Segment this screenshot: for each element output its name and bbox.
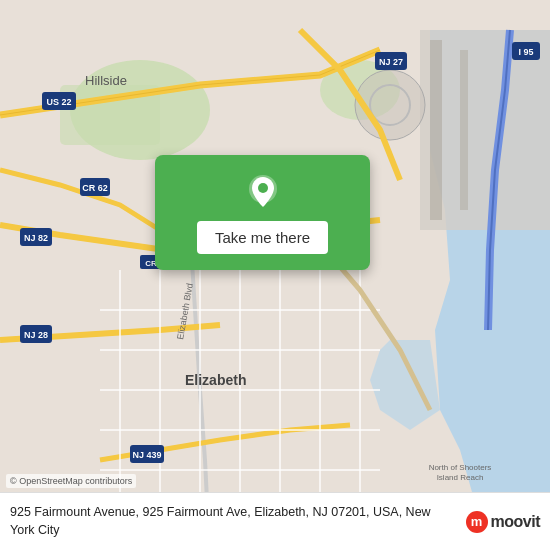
osm-credit: © OpenStreetMap contributors [6, 474, 136, 488]
svg-text:Island Reach: Island Reach [437, 473, 484, 482]
moovit-icon: m [466, 511, 488, 533]
address-text: 925 Fairmount Avenue, 925 Fairmount Ave,… [10, 504, 466, 539]
svg-rect-6 [460, 50, 468, 210]
svg-text:NJ 82: NJ 82 [24, 233, 48, 243]
svg-text:I 95: I 95 [518, 47, 533, 57]
svg-text:NJ 27: NJ 27 [379, 57, 403, 67]
location-card: Take me there [155, 155, 370, 270]
map-container: US 22 NJ 27 I 95 NJ 82 NJ 28 NJ 439 CR 6… [0, 0, 550, 550]
location-pin-icon [244, 173, 282, 211]
moovit-text: moovit [491, 513, 540, 531]
svg-rect-5 [430, 40, 442, 220]
svg-text:Elizabeth: Elizabeth [185, 372, 246, 388]
moovit-logo: m moovit [466, 511, 540, 533]
svg-text:NJ 439: NJ 439 [132, 450, 161, 460]
svg-text:North of Shooters: North of Shooters [429, 463, 492, 472]
svg-text:CR 62: CR 62 [82, 183, 108, 193]
svg-text:NJ 28: NJ 28 [24, 330, 48, 340]
svg-text:Hillside: Hillside [85, 73, 127, 88]
svg-point-44 [258, 183, 268, 193]
svg-text:US 22: US 22 [46, 97, 71, 107]
bottom-bar: 925 Fairmount Avenue, 925 Fairmount Ave,… [0, 492, 550, 550]
take-me-there-button[interactable]: Take me there [197, 221, 328, 254]
